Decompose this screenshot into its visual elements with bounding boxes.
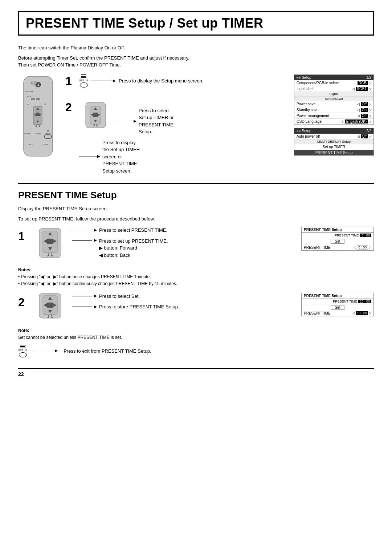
step2-number: 2 (65, 101, 75, 114)
pt-step1-lines234: Press to set up PRESENT TIME. ▶ button: … (99, 238, 168, 259)
remote-large: ⏻ INPUT SURROUND VOL ▲ N R (18, 74, 58, 159)
remote-svg: ⏻ INPUT SURROUND VOL ▲ N R (18, 74, 58, 158)
screen2-page: 2/2 (366, 129, 371, 133)
svg-rect-36 (93, 113, 98, 117)
svg-text:ZOOM: ZOOM (43, 144, 48, 146)
step2-area: 2 (65, 101, 287, 135)
page-title-box: PRESENT TIME Setup / Set up TIMER (18, 11, 374, 36)
pt-screen1-time-row: PRESENT TIME 0 : 00 (302, 233, 373, 238)
pt-step2-instructions: Press to select Set. Press to store PRES… (72, 293, 298, 311)
pt-step1-num: 1 (18, 230, 28, 242)
pt-screen2-set: Set (302, 304, 373, 311)
exit-area: SET UP Press to exit from PRESENT TIME S… (18, 345, 374, 357)
pt-intro-2: To set up PRESENT TIME, follow the proce… (18, 215, 374, 223)
screen2-title: ≡≡ Setup (297, 129, 311, 133)
svg-text:R: R (45, 103, 46, 105)
pt-step2-nav (32, 293, 68, 323)
notes-header: Notes: (18, 267, 32, 272)
step3-arrow-instruction: Press to displaythe Set up TIMERscreen o… (79, 139, 140, 175)
pt-nav-svg-1 (32, 227, 68, 261)
pt-step2-line1: Press to select Set. (99, 293, 140, 300)
step2-instruction: Press to selectSet up TIMER orPRESENT TI… (139, 107, 174, 135)
screen2-row-auto-power: Auto power off Off (294, 134, 373, 139)
screen1-row-power-save: Power save Off (294, 101, 373, 107)
page-number: 22 (18, 368, 374, 377)
middle-steps: 1 SET UP (65, 74, 287, 175)
setup-icon-1: SET UP (79, 74, 88, 88)
step1-arrows: SET UP Press to display the Setup menu s… (79, 74, 287, 90)
pt-screen1-set: Set (302, 238, 373, 244)
section-separator (18, 183, 374, 184)
nav-remote-svg-1 (79, 101, 112, 130)
pt-step1-row: 1 (18, 227, 374, 262)
svg-rect-7 (31, 98, 35, 100)
pt-step1-line1: Press to select PRESENT TIME. (99, 227, 167, 234)
svg-rect-58 (47, 303, 53, 308)
notes-line-1: • Pressing "◀" or "▶" button once change… (18, 274, 151, 279)
pt-nav-svg-2 (32, 293, 68, 322)
exit-instruction: Press to exit from PRESENT TIME Setup. (64, 348, 151, 355)
pt-step1-instructions: Press to select PRESENT TIME. Press to s… (72, 227, 298, 260)
step1-block: 1 SET UP (65, 74, 287, 90)
step3-area: Press to displaythe Set up TIMERscreen o… (79, 139, 287, 175)
screen1-row-component: Component/RGB-in select RGB (294, 80, 373, 86)
pt-step1-nav (32, 227, 68, 262)
svg-rect-47 (47, 239, 53, 244)
pt-screen2-time-row: PRESENT TIME 10 : 00 (302, 299, 373, 304)
screen1-row-osd: OSD Language English (UK) (294, 119, 373, 125)
intro-line-1: The timer can switch the Plasma Display … (18, 44, 374, 52)
pt-screen2-bottom-val: 10 : 00 (356, 311, 368, 315)
pt-step2-row: 2 (18, 293, 374, 323)
pt-screen2-bottom: PRESENT TIME ◁ 10 : 00 ▷ (302, 311, 373, 316)
right-screens: ≡≡ Setup 1/2 Component/RGB-in select RGB… (294, 74, 374, 156)
screen1-page: 1/2 (366, 76, 371, 80)
screen2-header: ≡≡ Setup 2/2 (294, 128, 373, 134)
svg-text:PICTURE: PICTURE (24, 133, 30, 135)
svg-rect-16 (36, 113, 40, 116)
pt-intro-1: Display the PRESENT TIME Setup screen. (18, 205, 374, 212)
screen1-row-standby: Standby save On (294, 107, 373, 113)
pt-step1-line1-row: Press to select PRESENT TIME. (72, 227, 298, 234)
step1-instruction: Press to display the Setup menu screen. (119, 77, 203, 85)
intro-line-2: Before attempting Timer Set, confirm the… (18, 54, 374, 69)
screen2-multi: MULTI DISPLAY Setup (294, 139, 373, 144)
screen2-box: ≡≡ Setup 2/2 Auto power off Off MULTI DI… (294, 128, 374, 156)
svg-text:N: N (28, 103, 29, 105)
screen1-signal: Signal (294, 92, 373, 97)
step2-nav-remote (79, 101, 112, 131)
notes-line-2: • Pressing "◀" or "▶" button continuousl… (18, 281, 177, 286)
pt-screen1: PRESENT TIME Setup PRESENT TIME 0 : 00 S… (301, 227, 374, 251)
pt-screen2-header: PRESENT TIME Setup (302, 293, 373, 299)
svg-text:INPUT: INPUT (32, 82, 37, 84)
note2-block: Note: Set cannot be selected unless PRES… (18, 327, 374, 341)
notes-block: Notes: • Pressing "◀" or "▶" button once… (18, 267, 374, 288)
pt-step2-line2-row: Press to store PRESENT TIME Setup. (72, 303, 298, 311)
svg-text:SOUND: SOUND (36, 133, 41, 135)
pt-screen2: PRESENT TIME Setup PRESENT TIME 10 : 00 … (301, 293, 374, 316)
pt-step1-line2-row: Press to set up PRESENT TIME. ▶ button: … (72, 238, 298, 259)
svg-text:VOL ▲: VOL ▲ (27, 96, 32, 97)
screen1-box: ≡≡ Setup 1/2 Component/RGB-in select RGB… (294, 74, 374, 125)
screen1-row-power-mgmt: Power management Off (294, 113, 373, 119)
pt-screen1-bottom-val: 0 : 00 (357, 245, 368, 250)
step1-number: 1 (65, 74, 75, 88)
present-time-section: PRESENT TIME Setup Display the PRESENT T… (18, 190, 374, 357)
screen2-present-time: PRESENT TIME Setup (294, 150, 373, 156)
exit-btn-oval (19, 352, 27, 357)
screen1-screensaver: Screensaver (294, 97, 373, 101)
pt-step2-line2: Press to store PRESENT TIME Setup. (99, 303, 179, 311)
screen1-row-input: Input label RGB1 (294, 86, 373, 92)
pt-screen2-time-val: 10 : 00 (358, 300, 371, 303)
step2-arrow-instruction: Press to selectSet up TIMER orPRESENT TI… (115, 107, 174, 135)
pt-screen1-bottom: PRESENT TIME ◁ 0 : 00 ▷ (302, 244, 373, 250)
note2-line: Set cannot be selected unless PRESENT TI… (18, 335, 122, 340)
screen2-setup-timer: Set up TIMER (294, 144, 373, 150)
pt-step2-line1-row: Press to select Set. (72, 293, 298, 300)
note2-header: Note: (18, 328, 29, 333)
svg-text:SURROUND: SURROUND (25, 90, 33, 92)
section1-diagram: ⏻ INPUT SURROUND VOL ▲ N R (18, 74, 374, 175)
page-title: PRESENT TIME Setup / Set up TIMER (26, 16, 366, 31)
screen1-header: ≡≡ Setup 1/2 (294, 75, 373, 80)
svg-text:⏻: ⏻ (37, 84, 39, 86)
step3-instruction: Press to displaythe Set up TIMERscreen o… (102, 139, 140, 175)
